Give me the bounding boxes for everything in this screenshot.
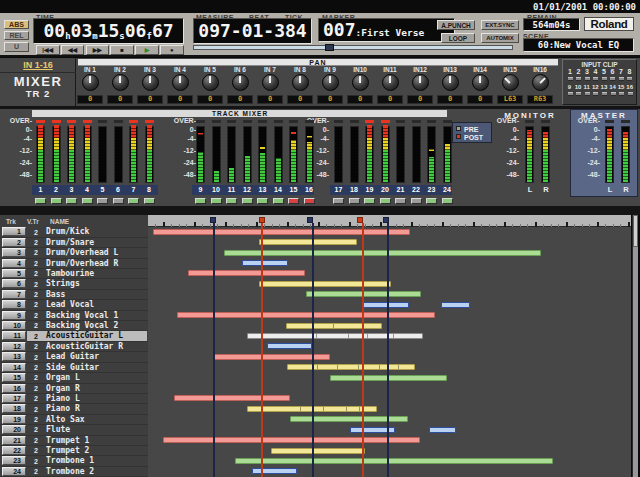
pan-knob-in11[interactable] <box>382 74 399 91</box>
mixer-section-label[interactable]: IN 1-16 <box>6 61 70 70</box>
track-name[interactable]: Drum/Snare <box>46 239 94 247</box>
audio-region-track21[interactable] <box>163 437 420 443</box>
transport-rewind-button[interactable]: ◀◀ <box>61 45 85 55</box>
track-name[interactable]: AcousticGuitar L <box>46 332 123 340</box>
track-14-status-button[interactable] <box>273 198 284 204</box>
track-number-button[interactable]: 9 <box>2 311 26 320</box>
audio-region-track8[interactable] <box>441 302 470 308</box>
abs-mode-button[interactable]: ABS <box>4 20 29 30</box>
automix-button[interactable]: AUTOMIX <box>481 33 519 43</box>
audio-region-track10[interactable] <box>286 323 382 329</box>
track-name[interactable]: Backing Vocal 2 <box>46 322 118 330</box>
track-number-button[interactable]: 8 <box>2 300 26 309</box>
track-4-status-button[interactable] <box>82 198 93 204</box>
track-number-button[interactable]: 19 <box>2 415 26 424</box>
track-13-status-button[interactable] <box>257 198 268 204</box>
track-19-status-button[interactable] <box>364 198 375 204</box>
pan-knob-in8[interactable] <box>292 74 309 91</box>
pan-knob-in4[interactable] <box>172 74 189 91</box>
track-8-status-button[interactable] <box>144 198 155 204</box>
audio-region-track17[interactable] <box>174 395 290 401</box>
track-name[interactable]: Drum/Overhead L <box>46 249 118 257</box>
track-17-status-button[interactable] <box>333 198 344 204</box>
song-position-handle[interactable] <box>325 44 334 51</box>
track-name[interactable]: Alto Sax <box>46 416 85 424</box>
transport-play-button[interactable]: ▶ <box>135 45 159 55</box>
track-number-button[interactable]: 5 <box>2 269 26 278</box>
track-number-button[interactable]: 20 <box>2 425 26 434</box>
track-number-button[interactable]: 24 <box>2 467 26 476</box>
audio-region-track23[interactable] <box>235 458 553 464</box>
track-name[interactable]: AcousticGuitar R <box>46 343 123 351</box>
transport-skip-start-button[interactable]: |◀◀ <box>36 45 60 55</box>
track-3-status-button[interactable] <box>66 198 77 204</box>
audio-region-track19[interactable] <box>290 416 408 422</box>
undo-button[interactable]: U <box>4 42 29 52</box>
track-1-status-button[interactable] <box>35 198 46 204</box>
track-name[interactable]: Flute <box>46 426 70 434</box>
track-name[interactable]: Lead Vocal <box>46 301 94 309</box>
ruler-marker-flag[interactable] <box>383 217 389 223</box>
loop-button[interactable]: LOOP <box>441 33 475 43</box>
audio-region-track11[interactable] <box>247 333 423 339</box>
track-number-button[interactable]: 10 <box>2 321 26 330</box>
pan-knob-in7[interactable] <box>262 74 279 91</box>
track-5-status-button[interactable] <box>97 198 108 204</box>
track-21-status-button[interactable] <box>395 198 406 204</box>
pan-knob-in14[interactable] <box>472 74 489 91</box>
track-number-button[interactable]: 4 <box>2 259 26 268</box>
track-name[interactable]: Trombone 2 <box>46 468 94 476</box>
track-name[interactable]: Trumpet 1 <box>46 437 89 445</box>
audio-region-track20[interactable] <box>429 427 456 433</box>
track-15-status-button[interactable] <box>288 198 299 204</box>
track-name[interactable]: Backing Vocal 1 <box>46 312 118 320</box>
ruler-marker-flag[interactable] <box>210 217 216 223</box>
track-7-status-button[interactable] <box>128 198 139 204</box>
track-number-button[interactable]: 2 <box>2 238 26 247</box>
audio-region-track1[interactable] <box>153 229 410 235</box>
track-number-button[interactable]: 18 <box>2 404 26 413</box>
pre-label[interactable]: PRE <box>464 126 478 133</box>
audio-region-track24[interactable] <box>252 468 297 474</box>
track-number-button[interactable]: 22 <box>2 446 26 455</box>
track-name[interactable]: Organ L <box>46 374 80 382</box>
ruler-marker-flag[interactable] <box>307 217 313 223</box>
track-name[interactable]: Side Guitar <box>46 364 99 372</box>
rel-mode-button[interactable]: REL <box>4 31 29 41</box>
audio-region-track22[interactable] <box>271 448 365 454</box>
track-11-status-button[interactable] <box>226 198 237 204</box>
post-label[interactable]: POST <box>464 134 483 141</box>
track-number-button[interactable]: 23 <box>2 456 26 465</box>
track-12-status-button[interactable] <box>242 198 253 204</box>
track-name[interactable]: Lead Guitar <box>46 353 99 361</box>
track-name[interactable]: Piano R <box>46 405 80 413</box>
track-name[interactable]: Bass <box>46 291 65 299</box>
audio-region-track4[interactable] <box>242 260 288 266</box>
track-number-button[interactable]: 12 <box>2 342 26 351</box>
pan-knob-in3[interactable] <box>142 74 159 91</box>
audio-region-track2[interactable] <box>259 239 357 245</box>
track-22-status-button[interactable] <box>411 198 422 204</box>
track-6-status-button[interactable] <box>113 198 124 204</box>
track-20-status-button[interactable] <box>380 198 391 204</box>
track-number-button[interactable]: 14 <box>2 363 26 372</box>
timeline-scrollbar-thumb[interactable] <box>633 215 638 247</box>
track-24-status-button[interactable] <box>442 198 453 204</box>
audio-region-track3[interactable] <box>224 250 541 256</box>
track-name[interactable]: Trombone 1 <box>46 457 94 465</box>
pre-indicator[interactable] <box>456 126 461 131</box>
track-name[interactable]: Piano L <box>46 395 80 403</box>
track-9-status-button[interactable] <box>195 198 206 204</box>
track-name[interactable]: Tambourine <box>46 270 94 278</box>
audio-region-track9[interactable] <box>177 312 435 318</box>
track-number-button[interactable]: 17 <box>2 394 26 403</box>
track-2-status-button[interactable] <box>51 198 62 204</box>
track-18-status-button[interactable] <box>349 198 360 204</box>
track-23-status-button[interactable] <box>426 198 437 204</box>
track-name[interactable]: Trumpet 2 <box>46 447 89 455</box>
track-number-button[interactable]: 16 <box>2 384 26 393</box>
track-name[interactable]: Drum/Kick <box>46 228 89 236</box>
ruler-marker-flag[interactable] <box>259 217 265 223</box>
audio-region-track12[interactable] <box>267 343 312 349</box>
auto-punch-button[interactable]: A.PUNCH <box>437 20 475 30</box>
